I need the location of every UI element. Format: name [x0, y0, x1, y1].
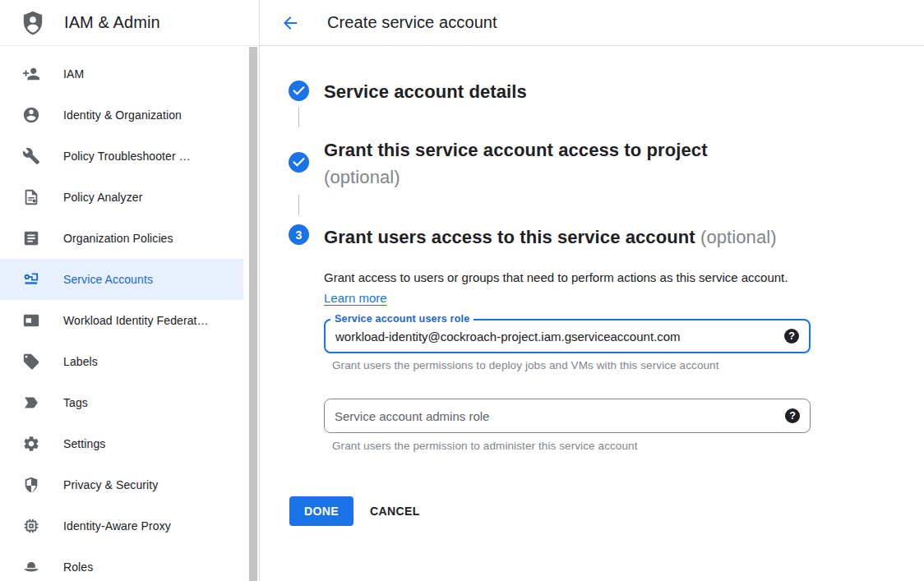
sidebar-item-organization-policies[interactable]: Organization Policies [0, 218, 243, 259]
step1-check-icon [289, 81, 309, 101]
policy-analyzer-icon [22, 188, 40, 206]
sidebar-item-label: Policy Troubleshooter … [63, 150, 191, 163]
sidebar-item-identity-aware-proxy[interactable]: Identity-Aware Proxy [0, 505, 243, 546]
create-service-account-form: Service account details Grant this servi… [260, 46, 924, 581]
step-connector [298, 195, 299, 215]
step1-title: Service account details [324, 81, 527, 103]
sidebar-item-label: Identity & Organization [63, 108, 182, 122]
sidebar-item-label: Policy Analyzer [63, 191, 142, 204]
sidebar-item-label: Service Accounts [63, 273, 153, 286]
gcp-console: IAM & Admin IAM Identity & Organization … [0, 0, 924, 581]
sidebar-item-policy-troubleshooter[interactable]: Policy Troubleshooter … [0, 136, 243, 177]
service-account-admins-role-field: ? [324, 399, 811, 433]
sidebar-item-label: Privacy & Security [63, 478, 158, 491]
sidebar-item-label: Labels [63, 355, 98, 368]
help-icon[interactable]: ? [784, 329, 799, 344]
admins-role-helper-text: Grant users the permission to administer… [332, 440, 638, 452]
page-title: Create service account [327, 13, 497, 32]
document-icon [22, 229, 40, 247]
step3-description: Grant access to users or groups that nee… [324, 267, 794, 308]
sidebar-item-iam[interactable]: IAM [0, 53, 243, 95]
step2-optional-label: (optional) [324, 164, 708, 191]
sidebar-item-label: Organization Policies [63, 232, 173, 245]
sidebar-item-privacy-security[interactable]: Privacy & Security [0, 464, 243, 505]
service-account-icon [22, 270, 40, 288]
sidebar-item-label: IAM [63, 67, 84, 81]
main-panel: Create service account Service account d… [260, 0, 924, 581]
sidebar-title: IAM & Admin [64, 13, 160, 32]
cancel-button[interactable]: CANCEL [370, 496, 420, 526]
person-add-icon [22, 65, 40, 83]
sidebar-item-roles[interactable]: Roles [0, 546, 243, 581]
sidebar-item-label: Workload Identity Federat… [63, 314, 209, 327]
sidebar-item-workload-identity-federation[interactable]: Workload Identity Federat… [0, 300, 243, 341]
sidebar-item-settings[interactable]: Settings [0, 423, 243, 464]
roles-hat-icon [22, 558, 40, 576]
sidebar-item-identity-organization[interactable]: Identity & Organization [0, 95, 243, 136]
step-connector [298, 107, 299, 127]
back-button[interactable] [280, 13, 300, 33]
sidebar-header: IAM & Admin [0, 0, 259, 46]
help-icon[interactable]: ? [785, 408, 800, 423]
sidebar: IAM & Admin IAM Identity & Organization … [0, 0, 260, 581]
sidebar-item-label: Settings [63, 437, 105, 450]
admins-role-input[interactable] [325, 399, 810, 432]
step2-check-icon [289, 152, 309, 173]
gear-icon [22, 435, 40, 453]
step3-title: Grant users access to this service accou… [324, 224, 777, 251]
sidebar-item-service-accounts[interactable]: Service Accounts [0, 259, 243, 300]
sidebar-scrollbar[interactable] [249, 47, 257, 581]
step3-number-badge: 3 [289, 224, 309, 245]
sidebar-item-tags[interactable]: Tags [0, 382, 243, 423]
users-role-label: Service account users role [330, 313, 474, 325]
arrow-back-icon [280, 13, 300, 33]
sidebar-item-label: Roles [63, 560, 93, 574]
step3-optional-label: (optional) [700, 227, 777, 247]
topbar: Create service account [260, 0, 924, 46]
sidebar-item-label: Tags [63, 396, 88, 409]
service-account-users-role-field: Service account users role ? [324, 319, 811, 353]
sidebar-item-labels[interactable]: Labels [0, 341, 243, 382]
label-icon [22, 353, 40, 371]
learn-more-link[interactable]: Learn more [324, 291, 387, 305]
account-circle-icon [22, 106, 40, 124]
wrench-icon [22, 147, 40, 165]
card-icon [22, 311, 40, 330]
iam-admin-shield-icon [20, 8, 46, 38]
shield-half-icon [22, 476, 40, 494]
tag-icon [22, 394, 40, 412]
step2-title: Grant this service account access to pro… [324, 136, 708, 191]
sidebar-item-label: Identity-Aware Proxy [63, 519, 171, 533]
users-role-helper-text: Grant users the permissions to deploy jo… [332, 359, 719, 371]
done-button[interactable]: DONE [289, 496, 353, 526]
users-role-input[interactable] [326, 320, 809, 352]
chip-icon [22, 517, 40, 535]
sidebar-item-policy-analyzer[interactable]: Policy Analyzer [0, 177, 243, 218]
sidebar-nav: IAM Identity & Organization Policy Troub… [0, 46, 259, 581]
